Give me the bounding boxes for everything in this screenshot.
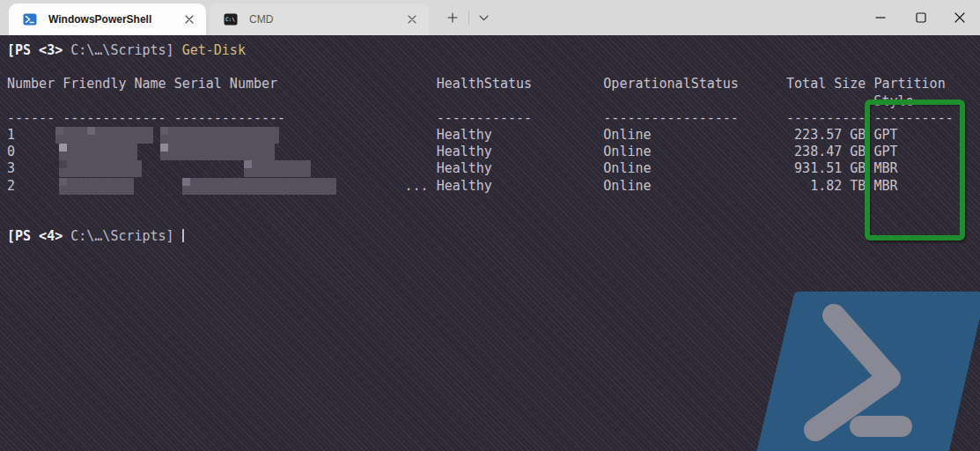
svg-text:C:\: C:\: [225, 16, 235, 22]
redacted-text-block: [160, 144, 275, 160]
terminal-line: [PS <4> C:\…\Scripts]: [7, 228, 184, 245]
maximize-button[interactable]: [901, 0, 941, 35]
close-icon: [185, 15, 194, 24]
tab-close-button[interactable]: [180, 10, 199, 29]
maximize-icon: [916, 12, 926, 23]
partition-style-highlight-box: [865, 100, 965, 240]
terminal-pane[interactable]: [PS <3> C:\…\Scripts] Get-DiskNumber Fri…: [0, 35, 980, 451]
terminal-cursor: [182, 229, 184, 242]
plus-icon: [447, 12, 458, 23]
tab-windows-powershell[interactable]: WindowsPowerShell: [9, 4, 206, 35]
redacted-text-block: [59, 160, 142, 177]
terminal-line: [PS <3> C:\…\Scripts] Get-Disk: [7, 42, 246, 59]
close-icon: [954, 12, 965, 23]
close-icon: [408, 15, 416, 24]
tab-dropdown-button[interactable]: [472, 6, 495, 29]
titlebar[interactable]: WindowsPowerShell C:\ CMD: [0, 0, 980, 35]
tabbar-separator: [468, 11, 469, 25]
redacted-text-block: [59, 178, 134, 195]
redacted-text-block: [244, 160, 311, 177]
powershell-icon: [23, 12, 37, 26]
tab-cmd[interactable]: C:\ CMD: [210, 4, 429, 35]
terminal-line: Style: [7, 93, 914, 110]
cmd-icon: C:\: [224, 12, 238, 26]
terminal-line: 2 ... Healthy Online 1.82 TB MBR: [7, 178, 897, 195]
redacted-text-block: [182, 178, 336, 195]
redacted-text-block: [59, 144, 137, 160]
terminal-line: Number Friendly Name Serial Number Healt…: [7, 76, 946, 92]
minimize-icon: [875, 17, 886, 18]
tab-label: WindowsPowerShell: [48, 13, 180, 26]
tab-label: CMD: [249, 13, 402, 26]
terminal-window: WindowsPowerShell C:\ CMD: [0, 0, 980, 451]
redacted-text-block: [160, 127, 279, 144]
new-tab-button[interactable]: [440, 5, 465, 30]
redacted-text-block: [55, 127, 153, 144]
terminal-line: 0 Healthy Online 238.47 GB GPT: [7, 144, 897, 160]
terminal-line: ------ ------------- -------------- ----…: [7, 110, 954, 127]
terminal-screen[interactable]: [PS <3> C:\…\Scripts] Get-DiskNumber Fri…: [7, 42, 976, 447]
chevron-down-icon: [479, 15, 489, 21]
close-window-button[interactable]: [939, 0, 980, 35]
tab-close-button[interactable]: [402, 10, 422, 29]
minimize-button[interactable]: [860, 0, 901, 35]
